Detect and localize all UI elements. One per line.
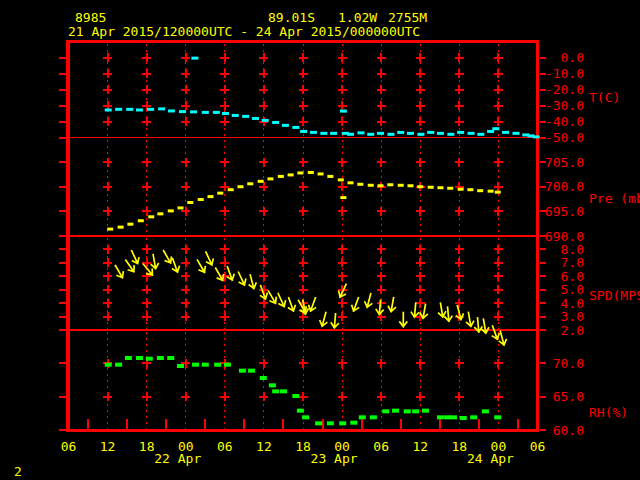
wind-direction-arrow [480, 319, 489, 334]
wind-direction-arrow [364, 293, 374, 308]
svg-text:22 Apr: 22 Apr [154, 451, 201, 466]
svg-text:700.0: 700.0 [545, 179, 584, 194]
svg-text:18: 18 [139, 439, 155, 454]
wind-direction-arrow [247, 274, 257, 289]
wind-direction-arrow [444, 307, 452, 322]
svg-text:65.0: 65.0 [553, 389, 584, 404]
svg-text:06: 06 [530, 439, 546, 454]
svg-text:-30.0: -30.0 [545, 98, 584, 113]
svg-text:-10.0: -10.0 [545, 66, 584, 81]
wind-speed-unit-label: SPD(MPS) [589, 288, 640, 303]
wind-direction-arrow [388, 297, 397, 312]
wind-direction-arrow [213, 266, 226, 282]
pressure-unit-label: Pre (mb) [589, 191, 640, 206]
wind-direction-arrow [300, 300, 309, 315]
wind-direction-arrow [307, 297, 318, 313]
svg-text:06: 06 [61, 439, 77, 454]
svg-text:24 Apr: 24 Apr [467, 451, 514, 466]
wind-direction-arrow [400, 313, 407, 327]
wind-direction-arrow [129, 249, 141, 265]
svg-text:695.0: 695.0 [545, 204, 584, 219]
temperature-unit-label: T(C) [589, 90, 620, 105]
wind-speed-series [112, 249, 507, 346]
page-number: 2 [14, 465, 22, 479]
wind-direction-arrow [337, 283, 349, 299]
svg-text:-40.0: -40.0 [545, 114, 584, 129]
wind-direction-arrow [275, 292, 287, 308]
svg-text:12: 12 [412, 439, 428, 454]
wind-direction-arrow [319, 312, 329, 327]
temperature-series [105, 57, 540, 139]
svg-text:06: 06 [373, 439, 389, 454]
svg-text:70.0: 70.0 [553, 356, 584, 371]
svg-text:2.0: 2.0 [561, 323, 584, 338]
axis-labels: 0.0-10.0-20.0-30.0-40.0-50.0T(C)705.0700… [61, 50, 640, 466]
relative-humidity-unit-label: RH(%) [589, 405, 628, 420]
wind-direction-arrow [350, 297, 361, 313]
wind-direction-arrow [437, 303, 446, 318]
wind-direction-arrow [465, 312, 474, 327]
wind-direction-arrow [123, 258, 137, 273]
meteogram-chart: 0.0-10.0-20.0-30.0-40.0-50.0T(C)705.0700… [0, 0, 640, 480]
svg-text:-50.0: -50.0 [545, 130, 584, 145]
wind-direction-arrow [411, 303, 419, 318]
wind-direction-arrow [112, 264, 125, 280]
svg-text:60.0: 60.0 [553, 423, 584, 438]
wind-direction-arrow [235, 271, 247, 287]
meteogram-screen: 8985 89.01S 1.02W 2755M 21 Apr 2015/1200… [0, 0, 640, 480]
svg-text:23 Apr: 23 Apr [311, 451, 358, 466]
svg-text:705.0: 705.0 [545, 155, 584, 170]
svg-text:18: 18 [452, 439, 468, 454]
svg-text:18: 18 [295, 439, 311, 454]
wind-direction-arrow [194, 258, 207, 274]
svg-text:12: 12 [100, 439, 116, 454]
wind-direction-arrow [203, 251, 215, 267]
pressure-series [107, 171, 501, 231]
svg-text:12: 12 [256, 439, 272, 454]
wind-direction-arrow [141, 262, 155, 277]
wind-direction-arrow [161, 249, 174, 265]
svg-text:-20.0: -20.0 [545, 82, 584, 97]
svg-text:06: 06 [217, 439, 233, 454]
wind-direction-arrow [150, 254, 159, 269]
wind-direction-arrow [489, 325, 500, 341]
wind-direction-arrow [285, 297, 296, 313]
svg-text:0.0: 0.0 [561, 50, 584, 65]
wind-direction-arrow [224, 266, 235, 282]
